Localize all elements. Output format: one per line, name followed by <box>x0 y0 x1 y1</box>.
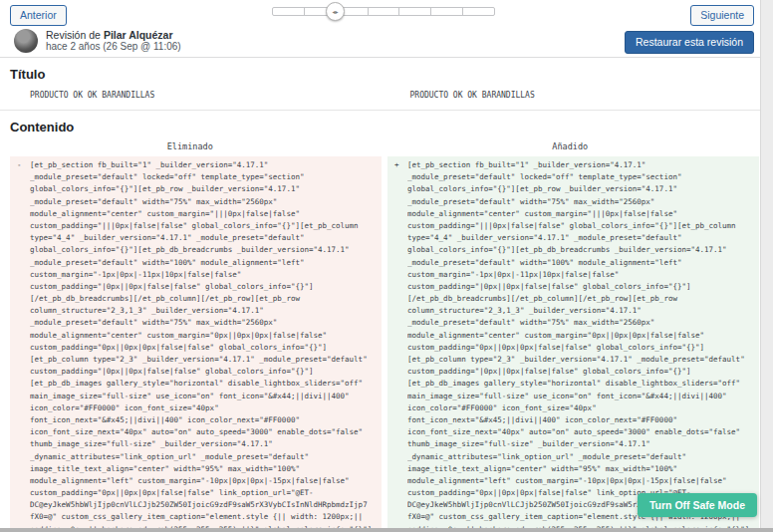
title-diff-row: PRODUCTO OK OK BARANDILLAS PRODUCTO OK O… <box>0 82 760 111</box>
diff-line: _module_preset="default" locked="off" te… <box>30 171 378 183</box>
diff-line: icon_color="#FF0000" icon_font_size="40p… <box>30 402 378 414</box>
diff-line: column_structure="2_3,1_3" _builder_vers… <box>407 305 755 317</box>
diff-line: custom_padding="0px||0px|0px|false|false… <box>30 342 378 354</box>
diff-line: DC@eyJkeW5hbWljIjp0cnVlLCJjb250ZW50Ijoic… <box>30 499 378 511</box>
diff-line: _module_preset="default" width="75%" max… <box>30 196 378 208</box>
diff-line: image_title_text_align="center" width="9… <box>407 463 755 475</box>
diff-line: [et_pb_section fb_built="1" _builder_ver… <box>407 159 755 171</box>
diff-line: global_colors_info="{}"][et_pb_row _buil… <box>30 183 378 195</box>
slider-tick-segment <box>463 8 494 15</box>
revision-byline: Revisión dePilar Alquézar <box>46 29 173 41</box>
restore-revision-button[interactable]: Restaurar esta revisión <box>625 31 754 54</box>
diff-line: [/et_pb_db_breadcrumbs][/et_pb_column][/… <box>407 293 755 305</box>
diff-line: _dynamic_attributes="link_option_url" _m… <box>30 451 378 463</box>
diff-line: module_alignment="left" custom_margin="-… <box>30 475 378 487</box>
added-content-block: + [et_pb_section fb_built="1" _builder_v… <box>387 156 759 532</box>
turn-off-safe-mode-button[interactable]: Turn Off Safe Mode <box>638 493 757 517</box>
diff-line: fX0=@" custom_css_gallery_item_caption="… <box>30 511 378 523</box>
diff-line: module_alignment="center" custom_margin=… <box>407 330 755 342</box>
diff-line: icon_color="#FF0000" icon_font_size="40p… <box>407 402 755 414</box>
diff-line: icon_font_size_next="40px" auto="on" aut… <box>30 426 378 438</box>
deleted-marker: - <box>17 159 22 171</box>
diff-line: [et_pb_section fb_built="1" _builder_ver… <box>30 159 378 171</box>
diff-line: type="4_4" _builder_version="4.17.1" _mo… <box>407 232 755 244</box>
title-new-value: PRODUCTO OK OK BARANDILLAS <box>381 91 761 100</box>
diff-line: module_alignment="center" custom_margin=… <box>30 208 378 220</box>
slider-handle-arrows-icon: ◂▸ <box>332 8 338 15</box>
diff-line: custom_padding="|||0px|false|false" glob… <box>30 220 378 232</box>
author-avatar <box>14 29 38 53</box>
slider-tick-segment <box>369 8 400 15</box>
content-section-heading: Contenido <box>0 111 760 134</box>
diff-line: main_image_size="full-size" use_icon="on… <box>407 391 755 402</box>
diff-line: font_icon_next="&#x45;||divi||400" icon_… <box>30 414 378 426</box>
diff-line: thumb_image_size="full-size" _builder_ve… <box>30 438 378 450</box>
revision-toolbar: Anterior ◂▸ Siguiente <box>0 0 760 28</box>
diff-column-headers: Eliminado Añadido <box>0 134 760 156</box>
author-name: Pilar Alquézar <box>104 29 173 41</box>
deleted-lines: [et_pb_section fb_built="1" _builder_ver… <box>30 159 378 532</box>
diff-line: global_colors_info="{}"][et_pb_db_breadc… <box>30 244 378 256</box>
diff-line: _dynamic_attributes="link_option_url" _m… <box>407 451 755 463</box>
slider-tick-segment <box>399 8 431 15</box>
byline-prefix: Revisión de <box>46 29 101 41</box>
diff-line: _module_preset="default" width="100%" mo… <box>30 257 378 269</box>
diff-line: global_colors_info="{}"][et_pb_row _buil… <box>407 183 755 195</box>
deleted-column-header: Eliminado <box>0 141 381 151</box>
diff-line: icon_font_size_next="40px" auto="on" aut… <box>407 426 755 438</box>
diff-line: _module_preset="default" width="75%" max… <box>407 196 755 208</box>
diff-line: main_image_size="full-size" use_icon="on… <box>30 391 378 402</box>
diff-line: global_colors_info="{}"][et_pb_db_breadc… <box>407 244 755 256</box>
title-section-heading: Título <box>0 58 760 82</box>
window-bottom-edge <box>0 528 773 532</box>
diff-line: custom_padding="0px||0px|0px|false|false… <box>407 342 755 354</box>
slider-tick-segment <box>431 8 463 15</box>
scrollbar-track[interactable] <box>760 0 773 532</box>
diff-line: custom_padding="|0px||0px|false|false" g… <box>407 281 755 293</box>
diff-line: type="4_4" _builder_version="4.17.1" _mo… <box>30 232 378 244</box>
diff-line: font_icon_next="&#x45;||divi||400" icon_… <box>407 414 755 426</box>
diff-line: custom_margin="-1px|0px|-11px|10px|false… <box>407 269 755 281</box>
diff-line: custom_padding="|0px||0px|false|false" g… <box>407 366 755 378</box>
diff-line: _module_preset="default" width="75%" max… <box>407 317 755 329</box>
diff-line: image_title_text_align="center" width="9… <box>30 463 378 475</box>
diff-line: [/et_pb_db_breadcrumbs][/et_pb_column][/… <box>30 293 378 305</box>
diff-line: _module_preset="default" locked="off" te… <box>407 171 755 183</box>
added-lines: [et_pb_section fb_built="1" _builder_ver… <box>407 159 755 532</box>
title-old-value: PRODUCTO OK OK BARANDILLAS <box>0 91 381 100</box>
added-marker: + <box>394 159 399 171</box>
slider-tick-segment <box>273 8 305 15</box>
revision-timeline-slider[interactable] <box>272 7 495 16</box>
diff-line: custom_padding="|0px||0px|false|false" g… <box>30 366 378 378</box>
deleted-content-block: - [et_pb_section fb_built="1" _builder_v… <box>10 156 382 532</box>
diff-line: module_alignment="center" custom_margin=… <box>407 208 755 220</box>
added-column-header: Añadido <box>381 141 761 151</box>
diff-line: custom_margin="-1px|0px|-11px|10px|false… <box>30 269 378 281</box>
revision-meta-row: Revisión dePilar Alquézar hace 2 años (2… <box>0 28 760 58</box>
diff-line: [et_pb_column type="2_3" _builder_versio… <box>407 354 755 366</box>
diff-line: [et_pb_column type="2_3" _builder_versio… <box>30 354 378 366</box>
diff-line: column_structure="2_3,1_3" _builder_vers… <box>30 305 378 317</box>
diff-line: [et_pb_db_images gallery_style="horizont… <box>30 378 378 390</box>
diff-line: _module_preset="default" width="100%" mo… <box>407 257 755 269</box>
diff-line: module_alignment="center" custom_margin=… <box>30 330 378 342</box>
next-revision-button[interactable]: Siguiente <box>690 5 754 26</box>
previous-revision-button[interactable]: Anterior <box>10 5 67 26</box>
content-diff: - [et_pb_section fb_built="1" _builder_v… <box>0 156 760 532</box>
revision-timestamp: hace 2 años (26 Sep @ 11:06) <box>46 41 181 53</box>
revision-compare-page: Anterior ◂▸ Siguiente Revisión dePilar A… <box>0 0 760 532</box>
diff-line: _module_preset="default" width="75%" max… <box>30 317 378 329</box>
diff-line: custom_padding="0px||0px|0px|false|false… <box>30 487 378 499</box>
slider-handle[interactable]: ◂▸ <box>326 2 345 21</box>
diff-line: custom_padding="|||0px|false|false" glob… <box>407 220 755 232</box>
diff-line: module_alignment="left" custom_margin="-… <box>407 475 755 487</box>
diff-line: thumb_image_size="full-size" _builder_ve… <box>407 438 755 450</box>
diff-line: custom_padding="|0px||0px|false|false" g… <box>30 281 378 293</box>
diff-line: [et_pb_db_images gallery_style="horizont… <box>407 378 755 390</box>
